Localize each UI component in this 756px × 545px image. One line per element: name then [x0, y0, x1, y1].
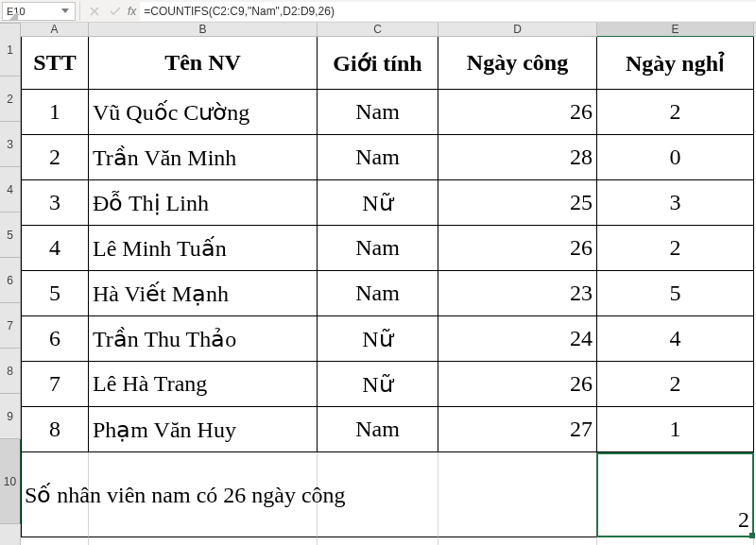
row-header-8[interactable]: 8 — [0, 349, 21, 394]
cell-E8[interactable]: 2 — [597, 362, 754, 407]
cell-B1[interactable]: Tên NV — [89, 37, 318, 90]
cell-B9[interactable]: Phạm Văn Huy — [89, 407, 318, 452]
cell-E1[interactable]: Ngày nghỉ — [597, 37, 754, 90]
cell-C1[interactable]: Giới tính — [318, 37, 438, 90]
row-header-2[interactable]: 2 — [0, 77, 21, 122]
col-header-E[interactable]: E — [597, 23, 754, 37]
formula-bar-row: E10 fx — [0, 0, 756, 23]
formula-bar-input[interactable] — [140, 2, 756, 21]
cell-D3[interactable]: 28 — [438, 135, 597, 180]
spreadsheet-grid: 1 2 3 4 5 6 7 8 9 10 A B C D E STT Tên N… — [0, 23, 756, 545]
cell-D4[interactable]: 25 — [438, 180, 597, 226]
cell-A11[interactable] — [21, 537, 89, 545]
col-header-D[interactable]: D — [438, 23, 597, 37]
cell-A5[interactable]: 4 — [21, 226, 89, 271]
chevron-down-icon[interactable] — [60, 3, 71, 20]
cell-E3[interactable]: 0 — [597, 135, 754, 180]
col-header-A[interactable]: A — [21, 23, 89, 37]
cell-A2[interactable]: 1 — [21, 90, 89, 135]
cell-A6[interactable]: 5 — [21, 271, 89, 316]
cell-D1[interactable]: Ngày công — [438, 37, 597, 90]
row-header-4[interactable]: 4 — [0, 167, 21, 213]
cell-B4[interactable]: Đỗ Thị Linh — [89, 180, 318, 226]
cell-A8[interactable]: 7 — [21, 362, 89, 407]
cell-A7[interactable]: 6 — [21, 316, 89, 362]
cell-A3[interactable]: 2 — [21, 135, 89, 180]
cell-D7[interactable]: 24 — [438, 316, 597, 362]
cells-area[interactable]: STT Tên NV Giới tính Ngày công Ngày nghỉ… — [21, 37, 756, 545]
cell-B6[interactable]: Hà Viết Mạnh — [89, 271, 318, 316]
cell-E5[interactable]: 2 — [597, 226, 754, 271]
row-header-6[interactable]: 6 — [0, 258, 21, 303]
col-header-B[interactable]: B — [89, 23, 318, 37]
cell-D5[interactable]: 26 — [438, 226, 597, 271]
cell-D11[interactable] — [438, 537, 597, 545]
cancel-icon — [84, 2, 105, 21]
row-header-1[interactable]: 1 — [0, 24, 21, 77]
enter-icon — [105, 2, 126, 21]
cell-D2[interactable]: 26 — [438, 90, 597, 135]
cell-B7[interactable]: Trần Thu Thảo — [89, 316, 318, 362]
row-header-11[interactable] — [0, 524, 21, 545]
divider — [79, 2, 80, 21]
row-header-3[interactable]: 3 — [0, 122, 21, 167]
summary-label-text: Số nhân viên nam có 26 ngày công — [21, 452, 597, 537]
cell-C5[interactable]: Nam — [318, 226, 438, 271]
cell-E4[interactable]: 3 — [597, 180, 754, 226]
cell-E11[interactable] — [597, 537, 754, 545]
cell-C3[interactable]: Nam — [318, 135, 438, 180]
row-headers: 1 2 3 4 5 6 7 8 9 10 — [0, 24, 21, 545]
cell-C9[interactable]: Nam — [318, 407, 438, 452]
cell-E9[interactable]: 1 — [597, 407, 754, 452]
col-header-C[interactable]: C — [318, 23, 438, 37]
cell-B3[interactable]: Trần Văn Minh — [89, 135, 318, 180]
cell-A4[interactable]: 3 — [21, 180, 89, 226]
cell-C2[interactable]: Nam — [318, 90, 438, 135]
cell-D6[interactable]: 23 — [438, 271, 597, 316]
row-header-7[interactable]: 7 — [0, 303, 21, 349]
cell-C11[interactable] — [318, 537, 438, 545]
cell-B11[interactable] — [89, 537, 318, 545]
cell-C6[interactable]: Nam — [318, 271, 438, 316]
cell-C8[interactable]: Nữ — [318, 362, 438, 407]
cell-E2[interactable]: 2 — [597, 90, 754, 135]
cell-E6[interactable]: 5 — [597, 271, 754, 316]
cell-C7[interactable]: Nữ — [318, 316, 438, 362]
cell-E7[interactable]: 4 — [597, 316, 754, 362]
cell-A1[interactable]: STT — [21, 37, 89, 90]
row-header-10[interactable]: 10 — [0, 439, 21, 524]
column-headers: A B C D E — [21, 23, 756, 37]
row-header-9[interactable]: 9 — [0, 394, 21, 439]
cell-C4[interactable]: Nữ — [318, 180, 438, 226]
cell-D9[interactable]: 27 — [438, 407, 597, 452]
cell-E10[interactable]: 2 — [597, 452, 754, 537]
cell-B5[interactable]: Lê Minh Tuấn — [89, 226, 318, 271]
cell-A9[interactable]: 8 — [21, 407, 89, 452]
cell-B2[interactable]: Vũ Quốc Cường — [89, 90, 318, 135]
cell-B8[interactable]: Lê Hà Trang — [89, 362, 318, 407]
fx-icon[interactable]: fx — [126, 5, 140, 18]
cell-D8[interactable]: 26 — [438, 362, 597, 407]
select-all-corner[interactable] — [0, 23, 21, 24]
row-header-5[interactable]: 5 — [0, 213, 21, 258]
